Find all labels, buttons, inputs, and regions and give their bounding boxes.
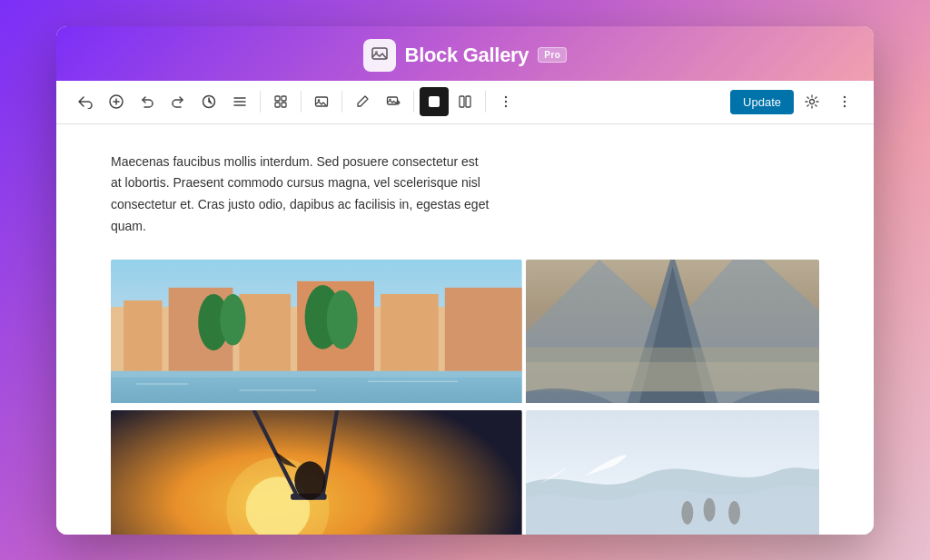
svg-rect-5 bbox=[275, 96, 280, 101]
app-title: Block Gallery bbox=[405, 44, 529, 67]
intro-text: Maecenas faucibus mollis interdum. Sed p… bbox=[111, 152, 492, 238]
gallery-image-swing[interactable] bbox=[111, 410, 522, 535]
image-button[interactable] bbox=[307, 87, 336, 116]
svg-point-61 bbox=[728, 501, 740, 525]
svg-point-21 bbox=[844, 101, 846, 103]
toolbar-separator-4 bbox=[413, 91, 414, 113]
svg-rect-15 bbox=[466, 96, 470, 107]
content-area: Maecenas faucibus mollis interdum. Sed p… bbox=[56, 124, 874, 535]
gallery-image-city[interactable] bbox=[111, 260, 522, 407]
app-window: Block Gallery Pro bbox=[56, 26, 874, 535]
svg-point-20 bbox=[844, 96, 846, 98]
svg-rect-6 bbox=[282, 96, 286, 101]
gallery-image-mountain[interactable] bbox=[526, 260, 819, 407]
pro-badge: Pro bbox=[538, 47, 567, 63]
update-button[interactable]: Update bbox=[730, 90, 794, 114]
gallery-image-waves[interactable] bbox=[526, 410, 819, 535]
svg-point-59 bbox=[681, 501, 693, 525]
gallery-grid bbox=[111, 260, 819, 535]
toolbar-separator-1 bbox=[260, 91, 261, 113]
svg-rect-14 bbox=[460, 96, 464, 107]
toolbar-separator-3 bbox=[341, 91, 342, 113]
svg-rect-45 bbox=[526, 362, 819, 391]
undo-button[interactable] bbox=[133, 87, 162, 116]
svg-point-17 bbox=[505, 101, 507, 103]
pencil-button[interactable] bbox=[348, 87, 377, 116]
more-right-button[interactable] bbox=[830, 87, 859, 116]
toolbar: Update bbox=[56, 81, 874, 124]
svg-point-32 bbox=[220, 294, 245, 346]
svg-point-60 bbox=[703, 497, 715, 521]
redo-button[interactable] bbox=[163, 87, 193, 116]
svg-rect-25 bbox=[124, 300, 162, 371]
svg-rect-13 bbox=[429, 96, 440, 107]
svg-point-16 bbox=[505, 96, 507, 98]
list-button[interactable] bbox=[225, 87, 254, 116]
block-button[interactable] bbox=[450, 87, 480, 116]
back-button[interactable] bbox=[71, 87, 100, 116]
toolbar-separator-2 bbox=[301, 91, 302, 113]
svg-point-22 bbox=[844, 105, 846, 107]
svg-rect-7 bbox=[275, 103, 280, 107]
svg-rect-30 bbox=[445, 288, 522, 371]
settings-button[interactable] bbox=[797, 87, 826, 116]
app-logo bbox=[363, 39, 396, 72]
svg-rect-36 bbox=[111, 371, 522, 378]
svg-point-34 bbox=[327, 290, 358, 349]
image-edit-button[interactable] bbox=[379, 87, 408, 116]
toolbar-right: Update bbox=[730, 87, 859, 116]
svg-point-55 bbox=[294, 461, 325, 499]
app-title-bar: Block Gallery Pro bbox=[56, 26, 874, 81]
svg-rect-27 bbox=[239, 294, 291, 371]
svg-point-18 bbox=[505, 105, 507, 107]
grid-button[interactable] bbox=[266, 87, 295, 116]
svg-rect-8 bbox=[282, 103, 286, 107]
gallery-row-1 bbox=[111, 260, 819, 407]
svg-rect-29 bbox=[381, 294, 439, 371]
schedule-button[interactable] bbox=[194, 87, 223, 116]
block-active-button[interactable] bbox=[420, 87, 449, 116]
more-button[interactable] bbox=[491, 87, 520, 116]
toolbar-separator-5 bbox=[485, 91, 486, 113]
gallery-row-2 bbox=[111, 410, 819, 535]
svg-point-19 bbox=[810, 100, 815, 104]
add-button[interactable] bbox=[102, 87, 131, 116]
svg-point-10 bbox=[318, 99, 320, 101]
